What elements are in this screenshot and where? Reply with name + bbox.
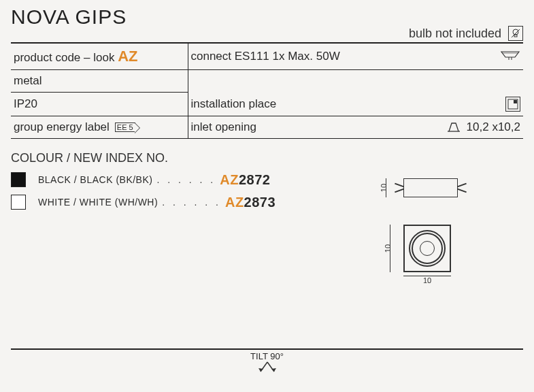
product-code-suffix: AZ <box>118 48 137 65</box>
dots-leader: . . . . . . <box>162 197 221 208</box>
dimension-diagrams: 10 10 10 <box>384 178 493 272</box>
energy-badge: EE 5 <box>115 122 135 132</box>
dim-top-width: 10 <box>423 276 431 284</box>
inlet-value: 10,2 x10,2 <box>467 120 520 134</box>
svg-rect-7 <box>514 100 517 103</box>
tilt-row: TILT 90° <box>11 348 523 380</box>
lamp-socket-icon <box>500 50 520 63</box>
index-code: 2872 <box>239 172 271 187</box>
colour-header: COLOUR / NEW INDEX NO. <box>11 151 523 165</box>
product-title: NOVA GIPS <box>11 5 523 29</box>
dim-top-height: 10 <box>384 244 392 252</box>
svg-line-2 <box>512 29 520 37</box>
swatch-black <box>11 172 26 187</box>
bulb-note-text: bulb not included <box>409 27 501 41</box>
installation-icon <box>505 97 520 112</box>
colour-name: BLACK / BLACK (BK/BK) <box>38 174 152 185</box>
spec-table: product code – look AZ connect ES111 1x … <box>11 42 523 139</box>
dots-leader: . . . . . . <box>156 174 216 185</box>
inlet-icon <box>446 121 461 133</box>
installation-label: installation place <box>191 97 277 111</box>
material-cell: metal <box>11 70 188 93</box>
no-bulb-icon <box>508 26 523 41</box>
tilt-arrows-icon <box>11 361 523 380</box>
ip-cell: IP20 <box>11 93 188 116</box>
connect-text: connect ES111 1x Max. 50W <box>191 50 340 63</box>
colour-name: WHITE / WHITE (WH/WH) <box>38 197 158 208</box>
svg-point-0 <box>513 29 518 35</box>
dim-side-height: 10 <box>380 184 388 192</box>
side-view-diagram: 10 <box>403 178 493 197</box>
inlet-label: inlet opening <box>191 120 256 134</box>
tilt-label: TILT 90° <box>246 351 288 361</box>
svg-rect-1 <box>514 35 517 37</box>
index-prefix: AZ <box>225 195 244 210</box>
index-code: 2873 <box>244 195 276 210</box>
product-code-label: product code – look <box>14 51 114 64</box>
swatch-white <box>11 195 26 210</box>
energy-label: group energy label <box>14 120 110 134</box>
index-prefix: AZ <box>220 172 239 187</box>
top-view-diagram: 10 10 <box>403 225 493 272</box>
